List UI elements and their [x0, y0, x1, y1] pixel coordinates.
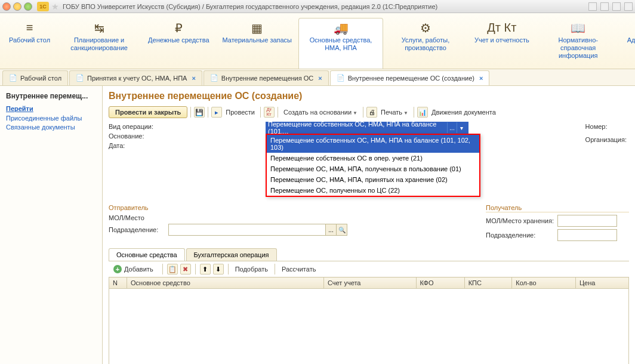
receiver-mol-field[interactable]: [557, 215, 617, 227]
print-button[interactable]: Печать▼: [378, 107, 411, 117]
nav-icon: ⚙: [420, 21, 431, 34]
sidebar-title: Внутреннее перемещ...: [6, 92, 96, 100]
sender-heading: Отправитель: [109, 204, 150, 212]
dropdown-toggle-icon[interactable]: ...: [447, 122, 457, 133]
nav-icon: 🚚: [334, 21, 349, 34]
nav-label: Денежные средства: [148, 36, 209, 44]
nav-icon: Дт Кт: [487, 21, 516, 34]
favorite-icon[interactable]: ★: [51, 2, 59, 11]
provesti-icon[interactable]: ▸: [211, 107, 222, 118]
window-close-button[interactable]: [2, 2, 11, 11]
tab-close-icon[interactable]: ×: [479, 75, 483, 82]
nav-item-8[interactable]: ⚒Администрирование: [621, 18, 635, 69]
tab-icon: 📄: [210, 74, 218, 82]
copy-icon[interactable]: 📋: [167, 264, 178, 274]
nav-item-2[interactable]: ₽Денежные средства: [141, 18, 215, 69]
document-tab-0[interactable]: 📄Рабочий стол: [2, 70, 68, 85]
tab-icon: 📄: [9, 74, 17, 82]
document-tab-1[interactable]: 📄Принятия к учету ОС, НМА, НПА×: [69, 70, 202, 85]
nav-item-0[interactable]: ≡Рабочий стол: [2, 18, 57, 69]
label-osnovanie: Основание:: [109, 132, 156, 140]
nav-item-1[interactable]: ↹Планирование и санкционирование: [57, 18, 141, 69]
move-up-icon[interactable]: ⬆: [200, 264, 211, 274]
label-podrazd-sender: Подразделение:: [109, 226, 168, 233]
tab-label: Внутренние перемещения ОС: [221, 75, 313, 82]
nav-label: Планирование и санкционирование: [63, 36, 135, 52]
sender-dept-field[interactable]: ... 🔍: [168, 224, 347, 236]
provesti-button[interactable]: Провести: [223, 107, 257, 117]
nav-item-5[interactable]: ⚙Услуги, работы, производство: [383, 18, 468, 69]
sidebar: Внутреннее перемещ... Перейти Присоедине…: [0, 86, 103, 364]
titlebar-icon-1[interactable]: [588, 2, 597, 11]
tab-assets[interactable]: Основные средства: [109, 248, 185, 261]
main-navigation: ≡Рабочий стол↹Планирование и санкциониро…: [0, 13, 635, 69]
lookup-icon[interactable]: ...: [325, 224, 336, 235]
tab-accounting[interactable]: Бухгалтерская операция: [186, 248, 277, 261]
dropdown-option-0[interactable]: Перемещение собственных ОС, НМА, НПА на …: [267, 135, 479, 153]
select-button[interactable]: Подобрать: [233, 264, 270, 274]
move-down-icon[interactable]: ⬇: [213, 264, 224, 274]
operation-type-field[interactable]: Перемещение собственных ОС, НМА, НПА на …: [266, 122, 468, 134]
sidebar-link-related[interactable]: Связанные документы: [6, 124, 96, 131]
assets-table: NОсновное средствоСчет учетаКФОКПСКол-во…: [109, 277, 629, 289]
sender-dept-input[interactable]: [169, 226, 325, 233]
titlebar-icon-2[interactable]: [600, 2, 609, 11]
receiver-mol-input[interactable]: [558, 217, 635, 224]
form-toolbar: Провести и закрыть 💾 ▸ Провести ДтКт Соз…: [109, 106, 629, 118]
delete-icon[interactable]: ✖: [180, 264, 191, 274]
nav-item-6[interactable]: Дт КтУчет и отчетность: [468, 18, 536, 69]
dropdown-arrow-icon[interactable]: ▾: [457, 122, 466, 133]
window-maximize-button[interactable]: [24, 2, 32, 11]
dropdown-option-2[interactable]: Перемещение ОС, НМА, НПА, полученных в п…: [267, 164, 479, 174]
detail-tabs: Основные средства Бухгалтерская операция: [109, 248, 629, 261]
column-header-6[interactable]: Цена: [575, 277, 628, 289]
table-empty-body[interactable]: [109, 289, 629, 364]
titlebar-icon-3[interactable]: [612, 2, 621, 11]
operation-type-dropdown[interactable]: Перемещение собственных ОС, НМА, НПА на …: [266, 134, 480, 197]
column-header-2[interactable]: Счет учета: [324, 277, 417, 289]
document-tab-3[interactable]: 📄Внутреннее перемещение ОС (создание)×: [330, 70, 490, 85]
nav-item-3[interactable]: ▦Материальные запасы: [216, 18, 299, 69]
tab-icon: 📄: [76, 74, 84, 82]
column-header-0[interactable]: N: [109, 277, 127, 289]
label-vid: Вид операции:: [109, 123, 156, 130]
document-tab-2[interactable]: 📄Внутренние перемещения ОС×: [204, 70, 329, 85]
nav-icon: ▦: [251, 21, 263, 34]
movements-icon[interactable]: 📊: [417, 107, 428, 118]
column-header-3[interactable]: КФО: [416, 277, 464, 289]
form-area: Внутреннее перемещение ОС (создание) Про…: [103, 86, 635, 364]
dropdown-option-3[interactable]: Перемещение ОС, НМА, НПА, принятых на хр…: [267, 174, 479, 185]
nav-label: Нормативно-справочная информация: [542, 36, 614, 60]
receiver-dept-field[interactable]: [557, 229, 617, 241]
window-minimize-button[interactable]: [13, 2, 21, 11]
nav-icon: 📖: [571, 21, 585, 34]
column-header-1[interactable]: Основное средство: [127, 277, 324, 289]
movements-button[interactable]: Движения документа: [429, 107, 498, 117]
column-header-4[interactable]: КПС: [464, 277, 512, 289]
dtkt-icon[interactable]: ДтКт: [264, 107, 275, 118]
search-icon[interactable]: 🔍: [336, 224, 347, 235]
submit-button[interactable]: Провести и закрыть: [109, 106, 187, 118]
sidebar-link-attached[interactable]: Присоединенные файлы: [6, 115, 96, 122]
label-nomer: Номер:: [585, 123, 627, 130]
print-icon[interactable]: 🖨: [366, 107, 377, 118]
nav-item-4[interactable]: 🚚Основные средства, НМА, НПА: [298, 18, 383, 69]
column-header-5[interactable]: Кол-во: [512, 277, 576, 289]
nav-item-7[interactable]: 📖Нормативно-справочная информация: [536, 18, 621, 69]
label-mol-sender: МОЛ/Место: [109, 214, 156, 221]
label-data: Дата:: [109, 142, 156, 149]
save-icon[interactable]: 💾: [194, 107, 205, 118]
titlebar-icon-4[interactable]: [624, 2, 633, 11]
receiver-dept-input[interactable]: [558, 232, 635, 239]
add-row-button[interactable]: + Добавить: [109, 264, 158, 274]
calculate-button[interactable]: Рассчитать: [279, 264, 318, 274]
dropdown-option-4[interactable]: Перемещение ОС, полученных по ЦС (22): [267, 185, 479, 196]
create-based-button[interactable]: Создать на основании▼: [281, 107, 360, 117]
sidebar-heading[interactable]: Перейти: [6, 105, 96, 112]
tab-close-icon[interactable]: ×: [192, 75, 195, 82]
dropdown-option-1[interactable]: Перемещение собственных ОС в опер. учете…: [267, 153, 479, 164]
tab-close-icon[interactable]: ×: [318, 75, 322, 82]
window-titlebar: 1C ★ ГОБУ ВПО Университет Искусств (Субс…: [0, 0, 635, 13]
nav-label: Материальные запасы: [223, 36, 292, 44]
label-podrazd-receiver: Подразделение:: [486, 232, 557, 239]
